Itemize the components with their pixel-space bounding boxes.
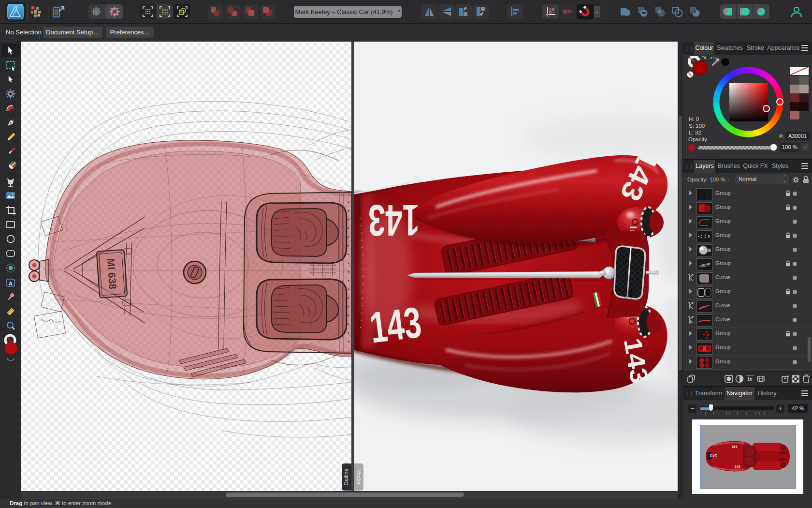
svg-text:143: 143 xyxy=(367,298,424,352)
svg-text:MI 638: MI 638 xyxy=(105,258,118,290)
svg-text:143: 143 xyxy=(735,465,740,468)
svg-text:143: 143 xyxy=(368,196,420,244)
svg-text:143: 143 xyxy=(710,453,717,458)
svg-text:143: 143 xyxy=(732,445,738,448)
svg-text:A: A xyxy=(9,281,13,286)
